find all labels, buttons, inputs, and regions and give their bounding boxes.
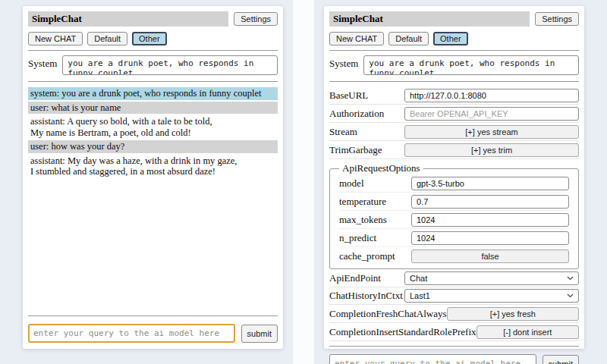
system-prompt-row: System you are a drunk poet, who respond…: [329, 55, 579, 75]
apiendpoint-label: ApiEndPoint: [329, 272, 381, 284]
session-tab-other[interactable]: Other: [132, 32, 167, 46]
divider: [329, 346, 579, 347]
api-request-options-fieldset: ApiRequestOptions model temperature max_…: [329, 162, 579, 269]
settings-row-trimgarbage: TrimGarbage [+] yes trim: [329, 141, 579, 159]
session-tab-default[interactable]: Default: [388, 32, 429, 46]
system-prompt-input[interactable]: you are a drunk poet, who responds in fu…: [62, 55, 278, 75]
app-title: SimpleChat: [28, 11, 228, 27]
new-chat-button[interactable]: New CHAT: [329, 32, 384, 46]
system-label: System: [329, 55, 358, 70]
session-toolbar: New CHAT Default Other: [329, 32, 579, 46]
chathistoryinctxt-selected-value: Last1: [410, 291, 430, 300]
chat-log[interactable]: system: you are a drunk poet, who respon…: [28, 87, 278, 311]
apiendpoint-selected-value: Chat: [410, 274, 427, 283]
model-input[interactable]: [411, 177, 569, 190]
submit-button[interactable]: submit: [241, 325, 278, 343]
session-toolbar: New CHAT Default Other: [28, 32, 278, 46]
chathistoryinctxt-select[interactable]: Last1: [404, 289, 579, 303]
submit-button[interactable]: submit: [543, 355, 579, 364]
chevron-down-icon: [567, 276, 574, 281]
new-chat-button[interactable]: New CHAT: [28, 32, 83, 46]
screenshot-chat-view: SimpleChat Settings New CHAT Default Oth…: [0, 0, 293, 364]
query-row: submit: [329, 354, 579, 364]
settings-row-completioninsertstandardroleprefix: CompletionInsertStandardRolePrefix [-] d…: [329, 323, 579, 341]
authorization-label: Authorization: [329, 108, 384, 120]
chathistoryinctxt-label: ChatHistoryInCtxt: [329, 290, 403, 302]
completioninsertstandardroleprefix-toggle-button[interactable]: [-] dont insert: [476, 325, 579, 339]
title-bar: SimpleChat Settings: [329, 11, 579, 27]
max-tokens-input[interactable]: [411, 213, 569, 227]
stream-label: Stream: [329, 126, 357, 138]
apiendpoint-select[interactable]: Chat: [404, 271, 579, 285]
stream-toggle-button[interactable]: [+] yes stream: [404, 125, 579, 139]
chat-message-user: user: what is your name: [28, 102, 278, 115]
settings-row-n-predict: n_predict: [339, 229, 569, 247]
settings-row-baseurl: BaseURL: [329, 86, 579, 105]
settings-row-authorization: Authorization: [329, 105, 579, 123]
authorization-input[interactable]: [404, 107, 579, 121]
settings-row-stream: Stream [+] yes stream: [329, 123, 579, 141]
system-prompt-input[interactable]: you are a drunk poet, who responds in fu…: [363, 55, 579, 75]
api-request-options-legend: ApiRequestOptions: [339, 162, 423, 174]
settings-row-apiendpoint: ApiEndPoint Chat: [329, 270, 579, 287]
settings-row-cache-prompt: cache_prompt false: [339, 247, 569, 265]
baseurl-input[interactable]: [404, 89, 579, 102]
query-input[interactable]: [28, 324, 235, 343]
n-predict-input[interactable]: [411, 231, 569, 245]
divider: [329, 50, 579, 51]
divider: [329, 81, 579, 82]
system-label: System: [28, 55, 57, 70]
chat-message-assistant: assistant: A query so bold, with a tale …: [28, 115, 278, 139]
screenshot-settings-view: SimpleChat Settings New CHAT Default Oth…: [314, 0, 607, 364]
chevron-down-icon: [567, 293, 574, 298]
trimgarbage-label: TrimGarbage: [329, 144, 382, 156]
chat-panel: SimpleChat Settings New CHAT Default Oth…: [23, 6, 283, 349]
max-tokens-label: max_tokens: [339, 214, 387, 226]
settings-panel: SimpleChat Settings New CHAT Default Oth…: [324, 6, 584, 349]
trimgarbage-toggle-button[interactable]: [+] yes trim: [404, 143, 579, 157]
settings-form: BaseURL Authorization Stream [+] yes str…: [329, 86, 579, 341]
completionfreshchatalways-toggle-button[interactable]: [+] yes fresh: [447, 307, 579, 321]
session-tab-other[interactable]: Other: [433, 32, 468, 46]
session-tab-default[interactable]: Default: [87, 32, 127, 46]
chat-message-assistant: assistant: My day was a haze, with a dri…: [28, 155, 278, 178]
chat-message-user: user: how was your day?: [28, 140, 278, 153]
query-input[interactable]: [329, 354, 536, 364]
n-predict-label: n_predict: [339, 232, 376, 244]
temperature-label: temperature: [339, 196, 386, 208]
query-row: submit: [28, 324, 278, 343]
settings-row-chathistoryinctxt: ChatHistoryInCtxt Last1: [329, 287, 579, 305]
settings-row-max-tokens: max_tokens: [339, 211, 569, 229]
title-bar: SimpleChat Settings: [28, 11, 278, 27]
settings-row-model: model: [339, 174, 569, 193]
completionfreshchatalways-label: CompletionFreshChatAlways: [329, 308, 447, 320]
model-label: model: [339, 177, 364, 190]
settings-button[interactable]: Settings: [234, 12, 278, 26]
divider: [28, 81, 278, 82]
chat-message-system: system: you are a drunk poet, who respon…: [28, 87, 278, 100]
baseurl-label: BaseURL: [329, 89, 368, 102]
app-title: SimpleChat: [329, 11, 530, 27]
divider: [28, 315, 278, 316]
divider: [28, 50, 278, 51]
cache-prompt-label: cache_prompt: [339, 250, 395, 262]
cache-prompt-toggle-button[interactable]: false: [411, 249, 569, 263]
settings-row-completionfreshchatalways: CompletionFreshChatAlways [+] yes fresh: [329, 305, 579, 323]
completioninsertstandardroleprefix-label: CompletionInsertStandardRolePrefix: [329, 326, 476, 338]
system-prompt-row: System you are a drunk poet, who respond…: [28, 55, 278, 75]
settings-row-temperature: temperature: [339, 193, 569, 211]
settings-button[interactable]: Settings: [535, 12, 579, 26]
temperature-input[interactable]: [411, 195, 569, 209]
